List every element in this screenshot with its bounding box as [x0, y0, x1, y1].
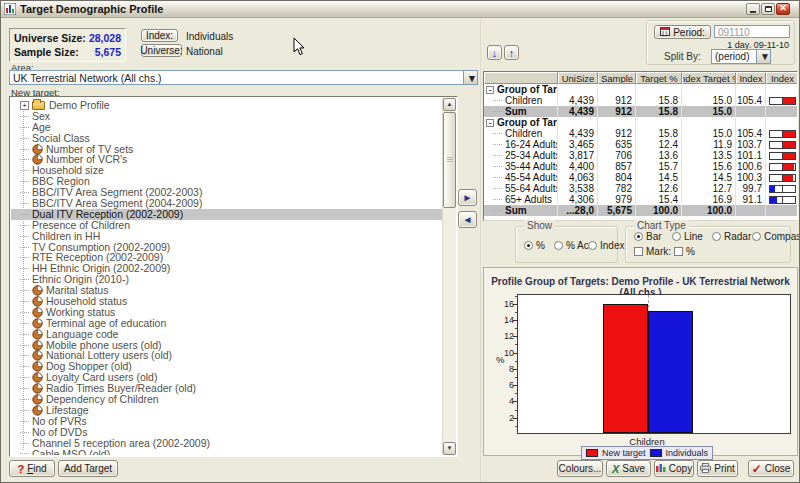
- collapse-icon[interactable]: -: [486, 86, 494, 94]
- copy-button[interactable]: Copy: [654, 460, 694, 477]
- value-cell: 912: [598, 106, 636, 117]
- column-header[interactable]: Index: [736, 72, 766, 84]
- chart-type-groupbox: Chart Type BarLineRadarCompas Mark:%: [625, 226, 791, 263]
- chart-type-option[interactable]: Line: [672, 231, 703, 242]
- table-row[interactable]: 45-54 Adults4,06380414.514.5100.3: [484, 172, 797, 183]
- tree-guide-dash: [20, 366, 29, 367]
- table-row[interactable]: 55-64 Adults3,53878212.612.799.7: [484, 183, 797, 194]
- close-button-label: Close: [765, 463, 791, 474]
- value-cell: 15.4: [636, 194, 682, 205]
- tree-item[interactable]: Social Class: [11, 133, 442, 144]
- tree-guide-dash: [20, 399, 29, 400]
- table-row[interactable]: Children4,43991215.815.0105.4: [484, 128, 797, 139]
- colours-button[interactable]: Colours...: [557, 460, 603, 477]
- tree-guide-dash: [20, 181, 29, 182]
- close-button[interactable]: ✓ Close: [748, 460, 794, 477]
- index-bar-right-box: [782, 185, 796, 193]
- expand-icon[interactable]: +: [20, 101, 29, 110]
- checkbox-label: Mark:: [646, 246, 671, 257]
- index-button[interactable]: Index:: [141, 29, 178, 42]
- tree-guide-dash: [20, 410, 29, 411]
- chart-type-checkbox[interactable]: Mark:: [634, 246, 671, 257]
- tree-item[interactable]: Cable MSO (old): [11, 449, 442, 456]
- universe-button[interactable]: Universe:: [141, 44, 182, 57]
- period-button[interactable]: Period:: [654, 25, 711, 39]
- scroll-down-icon[interactable]: ▼: [443, 442, 456, 455]
- print-button-label: Print: [714, 463, 735, 474]
- tree-item[interactable]: +Demo Profile: [11, 100, 442, 111]
- tree-item[interactable]: Sex: [11, 111, 442, 122]
- tree-item[interactable]: Language code: [11, 329, 442, 340]
- index-bar-left-box: [769, 97, 783, 105]
- table-row[interactable]: 16-24 Adults3,46563512.411.9103.7: [484, 139, 797, 150]
- close-window-button[interactable]: ✕: [776, 3, 790, 15]
- column-header[interactable]: UniSize: [558, 72, 598, 84]
- table-row[interactable]: 35-44 Adults4,40085715.715.6100.6: [484, 161, 797, 172]
- find-button[interactable]: ? Find: [9, 460, 55, 477]
- tree-guide-dash: [493, 144, 502, 145]
- chart-type-option[interactable]: Bar: [634, 231, 662, 242]
- chart-type-option-label: Bar: [646, 231, 662, 242]
- column-header[interactable]: Sample: [598, 72, 636, 84]
- table-row[interactable]: -Group of Targ...: [484, 117, 797, 128]
- split-by-dropdown[interactable]: (period) ▼: [711, 49, 771, 64]
- tree-guide-dash: [20, 453, 29, 454]
- value-cell: [736, 117, 766, 128]
- tree-item[interactable]: Channel 5 reception area (2002-2009): [11, 438, 442, 449]
- value-cell: 857: [598, 161, 636, 172]
- tree-item[interactable]: No of DVDs: [11, 427, 442, 438]
- table-row[interactable]: Children4,43991215.815.0105.4: [484, 95, 797, 106]
- add-target-button[interactable]: Add Target: [58, 460, 118, 477]
- value-cell: [736, 84, 766, 95]
- move-left-button[interactable]: ◄: [458, 211, 477, 228]
- chart-type-checkbox[interactable]: %: [674, 246, 695, 257]
- tree-item[interactable]: Children in HH: [11, 231, 442, 242]
- row-name-cell: -Group of Targ...: [484, 117, 558, 128]
- table-row[interactable]: 65+ Adults4,30697915.416.991.1: [484, 194, 797, 205]
- index-bar-cell: [766, 161, 798, 172]
- pie-chart-icon: [32, 372, 43, 383]
- tree-scrollbar[interactable]: ▲ ▼: [442, 98, 456, 455]
- show-option[interactable]: %: [524, 240, 545, 251]
- chevron-down-icon[interactable]: ▼: [463, 71, 477, 84]
- column-header[interactable]: Index: [766, 72, 798, 84]
- area-dropdown[interactable]: UK Terrestrial Network (All chs.) ▼: [9, 70, 478, 85]
- save-button[interactable]: X Save: [606, 460, 651, 477]
- table-row[interactable]: -Group of Targ...: [484, 84, 797, 95]
- chart-type-option[interactable]: Radar: [712, 231, 751, 242]
- index-bar-blue-fill: [770, 186, 775, 192]
- chevron-down-icon[interactable]: ▼: [756, 50, 770, 63]
- restore-button[interactable]: [761, 3, 775, 15]
- move-down-button[interactable]: ↓: [487, 45, 502, 60]
- chart-type-option-label: Radar: [724, 231, 751, 242]
- period-input[interactable]: 091110: [714, 25, 790, 38]
- y-tick-label: 10: [490, 349, 514, 358]
- scrollbar-thumb[interactable]: [443, 112, 456, 208]
- chart-type-option[interactable]: Compas: [752, 231, 800, 242]
- tree-guide-dash: [493, 111, 502, 112]
- table-row[interactable]: Sum4,43991215.815.0: [484, 106, 797, 117]
- add-target-button-label: Add Target: [64, 463, 112, 474]
- target-tree: +Demo ProfileSexAgeSocial ClassNumber of…: [9, 96, 458, 457]
- row-name: 45-54 Adults: [505, 173, 558, 183]
- radio-icon: [554, 241, 563, 250]
- tree-guide-dash: [20, 127, 29, 128]
- tree-item-label: Demo Profile: [49, 100, 110, 111]
- tree-guide-dash: [493, 199, 502, 200]
- tree-guide-dash: [20, 257, 29, 258]
- collapse-icon[interactable]: -: [486, 119, 494, 127]
- move-up-button[interactable]: ↑: [504, 45, 519, 60]
- column-header[interactable]: Index Target %: [682, 72, 736, 84]
- column-header[interactable]: [484, 72, 558, 84]
- table-row[interactable]: 25-34 Adults3,81770613.613.5101.1: [484, 150, 797, 161]
- column-header[interactable]: Target %: [636, 72, 682, 84]
- scroll-up-icon[interactable]: ▲: [443, 98, 456, 111]
- print-button[interactable]: Print: [697, 460, 738, 477]
- move-right-button[interactable]: ►: [458, 189, 477, 206]
- table-row[interactable]: Sum...28,05,675100.0100.0: [484, 205, 797, 216]
- value-cell: 105.4: [736, 95, 766, 106]
- value-cell: 15.8: [636, 106, 682, 117]
- index-bar-right-box: [782, 130, 796, 138]
- show-option[interactable]: Index: [588, 240, 624, 251]
- minimize-button[interactable]: [746, 3, 760, 15]
